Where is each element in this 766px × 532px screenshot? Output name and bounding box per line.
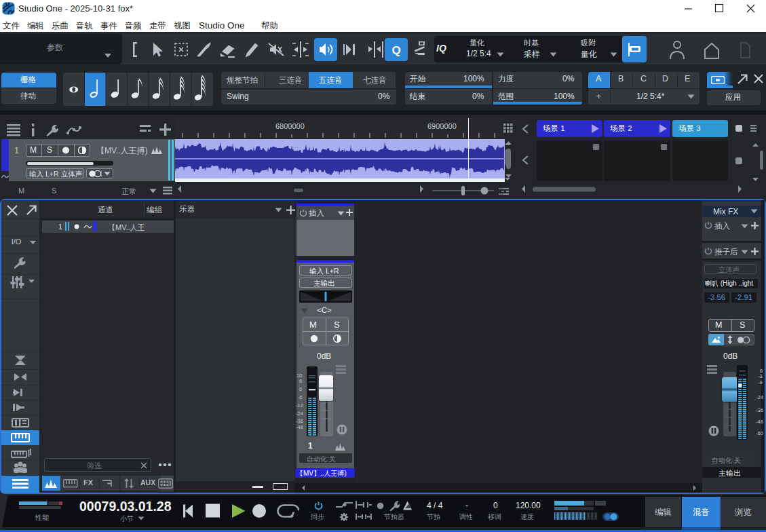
svg-text:I/O: I/O [12,238,22,246]
svg-text:Q: Q [391,44,400,57]
